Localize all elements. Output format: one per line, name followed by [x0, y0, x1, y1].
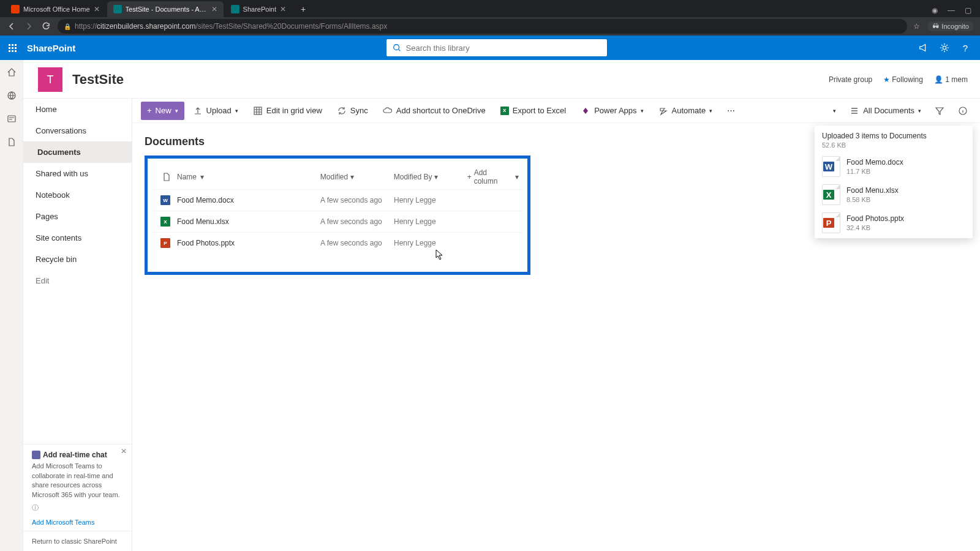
lock-icon: 🔒: [64, 23, 71, 30]
browser-tab[interactable]: SharePoint✕: [225, 1, 292, 17]
browser-tabstrip: Microsoft Office Home✕TestSite - Documen…: [0, 0, 980, 17]
reload-button[interactable]: [40, 21, 51, 32]
url-bar[interactable]: 🔒 https://citizenbuilders.sharepoint.com…: [58, 19, 907, 34]
help-icon[interactable]: ?: [959, 42, 971, 54]
browser-account-icon[interactable]: ◉: [932, 6, 938, 15]
tab-title: TestSite - Documents - All Docum: [126, 6, 208, 13]
search-box[interactable]: [386, 39, 607, 56]
back-button[interactable]: [6, 21, 17, 32]
bookmark-icon[interactable]: ☆: [913, 22, 920, 31]
browser-navbar: 🔒 https://citizenbuilders.sharepoint.com…: [0, 17, 980, 36]
svg-point-0: [393, 45, 399, 50]
close-icon[interactable]: ✕: [280, 5, 286, 13]
minimize-button[interactable]: —: [948, 6, 955, 15]
suite-brand[interactable]: SharePoint: [24, 43, 75, 53]
browser-tab[interactable]: TestSite - Documents - All Docum✕: [107, 1, 224, 17]
url-scheme: https://: [75, 22, 97, 31]
maximize-button[interactable]: ▢: [965, 6, 971, 15]
search-icon: [393, 43, 401, 52]
incognito-badge: 🕶 Incognito: [927, 21, 974, 31]
app-launcher[interactable]: [0, 36, 24, 60]
new-tab-button[interactable]: +: [297, 3, 309, 15]
waffle-icon: [9, 44, 17, 52]
settings-icon[interactable]: [938, 42, 951, 54]
svg-point-1: [943, 46, 946, 49]
favicon: [11, 5, 20, 13]
window-controls: ◉ — ▢: [932, 6, 980, 17]
browser-tab[interactable]: Microsoft Office Home✕: [5, 1, 106, 17]
close-icon[interactable]: ✕: [211, 5, 217, 13]
url-path: /sites/TestSite/Shared%20Documents/Forms…: [195, 22, 387, 31]
favicon: [231, 5, 239, 13]
megaphone-icon[interactable]: [918, 42, 930, 54]
tab-title: Microsoft Office Home: [23, 6, 90, 13]
suite-header: SharePoint ?: [0, 36, 980, 60]
search-input[interactable]: [406, 43, 601, 53]
forward-button[interactable]: [23, 21, 34, 32]
favicon: [113, 5, 122, 13]
incognito-label: Incognito: [941, 23, 969, 30]
close-icon[interactable]: ✕: [94, 5, 100, 13]
incognito-icon: 🕶: [932, 23, 939, 30]
tab-title: SharePoint: [243, 6, 276, 13]
url-host: citizenbuilders.sharepoint.com: [97, 22, 195, 31]
